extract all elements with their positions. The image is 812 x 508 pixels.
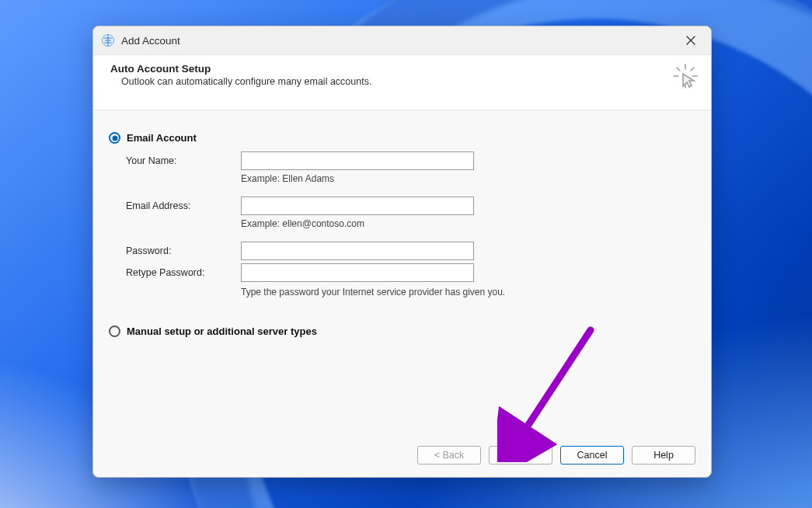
name-input[interactable] bbox=[241, 151, 474, 170]
password-hint: Type the password your Internet service … bbox=[241, 287, 695, 297]
retype-password-label: Retype Password: bbox=[126, 267, 235, 278]
option-manual-setup-label: Manual setup or additional server types bbox=[127, 325, 317, 337]
close-icon bbox=[686, 36, 695, 45]
banner-subtext: Outlook can automatically configure many… bbox=[110, 76, 694, 87]
radio-selected-icon bbox=[109, 132, 120, 144]
password-label: Password: bbox=[126, 245, 235, 256]
option-manual-setup[interactable]: Manual setup or additional server types bbox=[109, 325, 695, 337]
email-input[interactable] bbox=[241, 197, 474, 215]
cancel-button[interactable]: Cancel bbox=[560, 446, 624, 465]
next-button[interactable]: Next > bbox=[489, 446, 552, 465]
help-button[interactable]: Help bbox=[632, 446, 695, 465]
option-email-account[interactable]: Email Account bbox=[109, 132, 695, 144]
titlebar: Add Account bbox=[93, 26, 711, 54]
name-label: Your Name: bbox=[126, 155, 235, 166]
wizard-button-bar: < Back Next > Cancel Help bbox=[93, 437, 711, 477]
app-icon bbox=[101, 33, 115, 47]
email-label: Email Address: bbox=[126, 200, 235, 211]
wizard-banner: Auto Account Setup Outlook can automatic… bbox=[93, 54, 711, 110]
wizard-content: Email Account Your Name: Example: Ellen … bbox=[93, 110, 711, 437]
email-hint: Example: ellen@contoso.com bbox=[241, 218, 695, 229]
window-title: Add Account bbox=[121, 35, 180, 47]
password-input[interactable] bbox=[241, 242, 474, 260]
name-hint: Example: Ellen Adams bbox=[241, 173, 695, 184]
cursor-icon bbox=[672, 63, 699, 92]
add-account-dialog: Add Account Auto Account Setup Outlook c… bbox=[92, 26, 712, 478]
close-button[interactable] bbox=[674, 26, 708, 54]
radio-unselected-icon bbox=[109, 325, 120, 337]
desktop-wallpaper: Add Account Auto Account Setup Outlook c… bbox=[0, 0, 812, 508]
banner-heading: Auto Account Setup bbox=[110, 63, 694, 75]
back-button[interactable]: < Back bbox=[417, 446, 481, 465]
option-email-account-label: Email Account bbox=[127, 132, 197, 144]
retype-password-input[interactable] bbox=[241, 263, 474, 282]
